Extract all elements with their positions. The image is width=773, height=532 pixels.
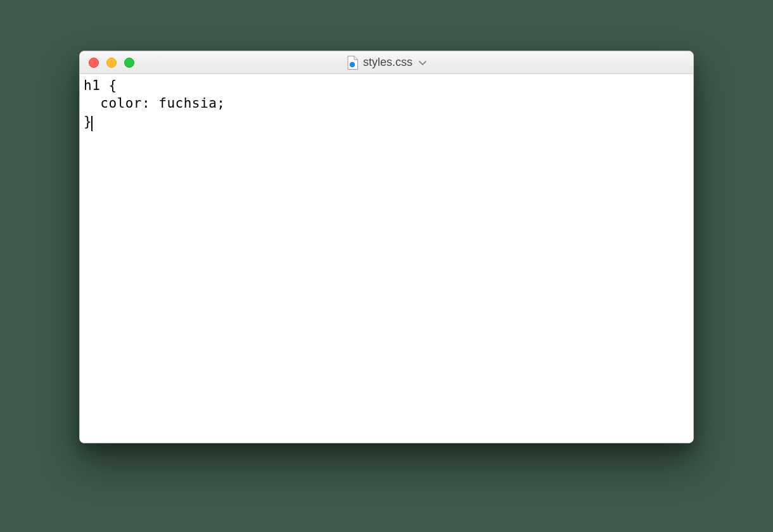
titlebar[interactable]: styles.css [80,51,693,74]
editor-text-area[interactable]: h1 { color: fuchsia; } [80,74,693,443]
close-button[interactable] [89,58,99,68]
zoom-button[interactable] [124,58,134,68]
chevron-down-icon[interactable] [419,58,426,68]
minimize-button[interactable] [106,58,117,68]
code-line: h1 { [84,78,117,93]
window-title: styles.css [363,56,412,69]
window-title-area[interactable]: styles.css [347,56,426,70]
text-cursor [91,116,93,131]
svg-point-0 [350,61,355,67]
code-line: color: fuchsia; [84,96,225,111]
editor-window: styles.css h1 { color: fuchsia; } [79,51,694,443]
css-file-icon [347,56,358,70]
window-traffic-lights [80,58,134,68]
